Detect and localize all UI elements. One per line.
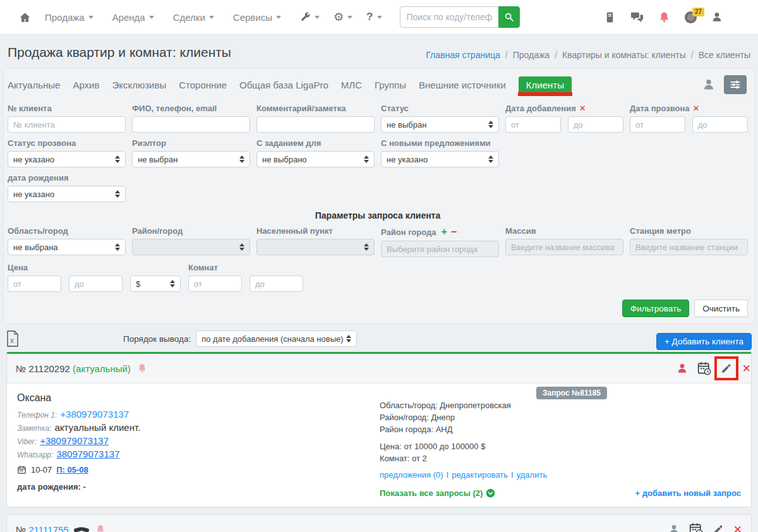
- chats-icon[interactable]: [630, 11, 644, 23]
- recall-date-link[interactable]: П: 05-08: [56, 465, 88, 475]
- tab-clients-wrap: Клиенты: [519, 80, 572, 90]
- menu-rent[interactable]: Аренда: [112, 12, 154, 23]
- coins-icon[interactable]: 27: [684, 11, 697, 24]
- edit-request-link[interactable]: редактировать: [452, 470, 508, 480]
- client-card-body: Оксана Телефон 1:+380979073137 Заметка:а…: [7, 384, 751, 507]
- tab-exclusives[interactable]: Эксклюзивы: [112, 80, 166, 90]
- with-new-offers-select[interactable]: не указано: [381, 151, 499, 167]
- filter-buttons-row: Фильтровать Очистить: [8, 298, 748, 317]
- filter-label: С новыми предложениями: [381, 138, 499, 148]
- home-icon[interactable]: [19, 11, 31, 23]
- select-arrows-icon: [239, 241, 244, 253]
- filter-rooms-from: Комнат: [188, 263, 242, 292]
- rooms-to-input[interactable]: [250, 275, 303, 292]
- device-icon[interactable]: [604, 11, 616, 23]
- order-select[interactable]: по дате добавления (сначала новые): [196, 330, 357, 347]
- phone-link[interactable]: +380979073137: [60, 409, 129, 420]
- breadcrumb-section: Квартиры и комнаты: клиенты: [562, 50, 686, 60]
- select-arrows-icon: [170, 277, 175, 290]
- bell-icon[interactable]: [95, 524, 105, 532]
- metro-input[interactable]: [630, 239, 748, 255]
- client-no-input[interactable]: [8, 116, 126, 133]
- price-to-input[interactable]: [69, 275, 123, 292]
- calendar-clock-icon[interactable]: [689, 523, 703, 532]
- viber-link[interactable]: +380979073137: [40, 435, 109, 446]
- currency-select[interactable]: $: [130, 275, 181, 292]
- gear-icon: ⚙: [334, 11, 344, 23]
- remove-city-district-icon[interactable]: [451, 226, 457, 237]
- delete-request-link[interactable]: удалить: [517, 470, 547, 480]
- client-person-icon[interactable]: [677, 363, 688, 374]
- add-city-district-icon[interactable]: [442, 226, 447, 237]
- select-arrows-icon: [488, 153, 493, 166]
- clear-button[interactable]: Очистить: [694, 299, 748, 317]
- person-icon[interactable]: [702, 78, 715, 91]
- menu-settings[interactable]: ⚙: [334, 11, 352, 23]
- filter-settings-button[interactable]: [724, 75, 747, 94]
- filters-grid: № клиента ФИО, телефон, email Комментари…: [4, 100, 754, 317]
- order-label: Порядок вывода:: [123, 334, 191, 344]
- date-call-to-input[interactable]: [692, 116, 748, 133]
- date-added-to-input[interactable]: [568, 116, 623, 133]
- add-request-link[interactable]: + добавить новый запрос: [635, 488, 741, 498]
- edit-pencil-icon[interactable]: [721, 363, 732, 374]
- tab-mls[interactable]: МЛС: [341, 80, 362, 90]
- request-city-district: Район города: АНД: [380, 423, 741, 435]
- menu-deals[interactable]: Сделки: [173, 12, 214, 23]
- edit-pencil-icon[interactable]: [713, 524, 724, 532]
- request-rooms: Комнат: от 2: [380, 452, 741, 464]
- tab-archive[interactable]: Архив: [73, 80, 99, 90]
- birth-date-select-value: не указано: [13, 190, 54, 199]
- status-select[interactable]: не выбран: [381, 116, 499, 133]
- rooms-from-input[interactable]: [188, 275, 242, 292]
- delete-x-icon[interactable]: ✕: [742, 362, 751, 375]
- birth-date-select[interactable]: не указано: [8, 186, 126, 202]
- massiv-input[interactable]: [505, 239, 623, 255]
- add-client-button[interactable]: + Добавить клиента: [656, 333, 752, 350]
- clear-date-added-icon[interactable]: [579, 104, 586, 113]
- export-xls-icon[interactable]: [6, 330, 19, 347]
- fio-input[interactable]: [132, 116, 250, 133]
- menu-sale[interactable]: Продажа: [45, 12, 93, 23]
- tab-groups[interactable]: Группы: [375, 80, 406, 90]
- realtor-select[interactable]: не выбран: [132, 151, 250, 167]
- delete-x-icon[interactable]: ✕: [733, 523, 742, 532]
- profile-icon[interactable]: [711, 11, 723, 23]
- breadcrumb-home[interactable]: Главная страница: [426, 50, 500, 60]
- menu-services[interactable]: Сервисы: [233, 12, 281, 23]
- calendar-clock-icon[interactable]: [697, 361, 711, 375]
- search-input[interactable]: [400, 6, 498, 28]
- city-district-input: [381, 241, 499, 257]
- bell-icon[interactable]: [658, 11, 670, 23]
- bell-icon[interactable]: [137, 363, 147, 373]
- tab-thirdparty[interactable]: Сторонние: [179, 80, 227, 90]
- date-call-from-input[interactable]: [630, 116, 685, 133]
- tab-clients[interactable]: Клиенты: [519, 76, 572, 94]
- call-status-select[interactable]: не указано: [8, 151, 126, 167]
- client-name: Оксана: [17, 392, 380, 404]
- offers-link[interactable]: предложения (0): [380, 470, 443, 480]
- tab-actual[interactable]: Актуальные: [8, 80, 60, 90]
- tab-ligapro-base[interactable]: Общая база LigaPro: [239, 80, 328, 90]
- date-added-from-input[interactable]: [505, 116, 561, 133]
- filter-label: Риэлтор: [132, 138, 250, 148]
- menu-tools[interactable]: [300, 12, 320, 23]
- filter-label: дата рождения: [8, 173, 126, 183]
- comment-input[interactable]: [256, 116, 375, 133]
- client-person-icon[interactable]: [668, 524, 680, 532]
- search-button[interactable]: [498, 6, 520, 28]
- whatsapp-link[interactable]: 380979073137: [56, 449, 119, 459]
- client-number-link[interactable]: 21111755: [28, 524, 68, 532]
- with-task-select[interactable]: не выбрано: [256, 151, 375, 167]
- price-from-input[interactable]: [8, 275, 61, 292]
- filter-label: Дата добавления: [505, 104, 576, 113]
- client-card: № 21111755 ✕ Петренко Олег Запрос №73822: [6, 514, 752, 532]
- filter-button[interactable]: Фильтровать: [622, 299, 689, 317]
- menu-help[interactable]: ?: [366, 11, 382, 23]
- show-all-requests-link[interactable]: Показать все запросы (2): [380, 488, 495, 498]
- page-title: Продажа квартир и комнат: клиенты: [8, 45, 231, 60]
- red-annotation-box: [714, 356, 738, 380]
- clear-date-call-icon[interactable]: [693, 104, 700, 113]
- region-select[interactable]: не выбрана: [8, 239, 126, 255]
- tab-external-sources[interactable]: Внешние источники: [419, 80, 506, 90]
